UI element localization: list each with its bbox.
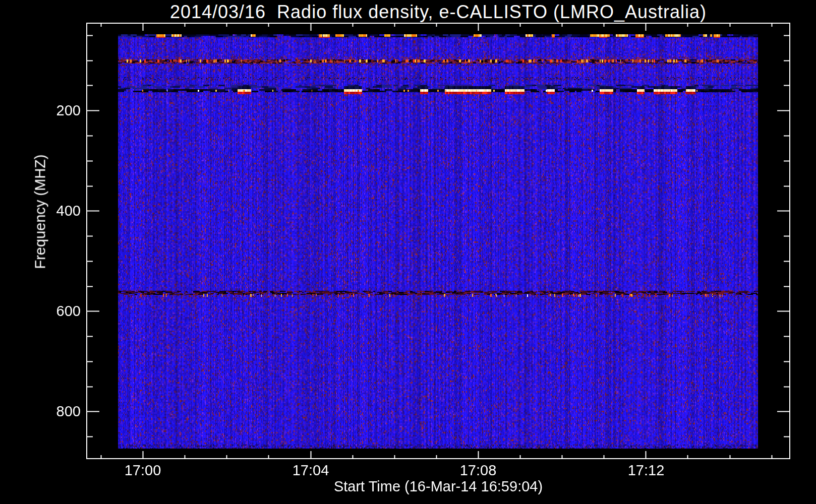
- axes-frame-canvas: [0, 0, 816, 504]
- x-tick-label-1704: 17:04: [275, 462, 346, 479]
- spectrogram-page: 2014/03/16 Radio flux density, e-CALLIST…: [0, 0, 816, 504]
- y-tick-label-200: 200: [9, 103, 81, 118]
- x-tick-label-1708: 17:08: [443, 462, 513, 479]
- x-tick-label-1700: 17:00: [107, 462, 178, 479]
- x-tick-label-1712: 17:12: [611, 462, 681, 479]
- y-tick-label-800: 800: [9, 404, 81, 419]
- x-axis-title: Start Time (16-Mar-14 16:59:04): [86, 478, 790, 495]
- y-tick-label-400: 400: [9, 203, 81, 218]
- y-tick-label-600: 600: [9, 303, 81, 319]
